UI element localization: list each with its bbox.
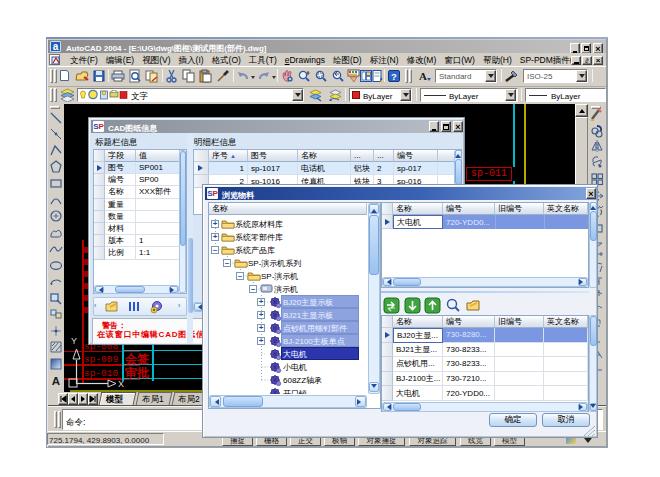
svg-text:A: A xyxy=(419,70,427,82)
svg-text:?: ? xyxy=(391,71,397,82)
svg-text:X: X xyxy=(118,379,124,389)
svg-text:Y: Y xyxy=(71,336,77,346)
svg-text:A: A xyxy=(52,375,60,387)
